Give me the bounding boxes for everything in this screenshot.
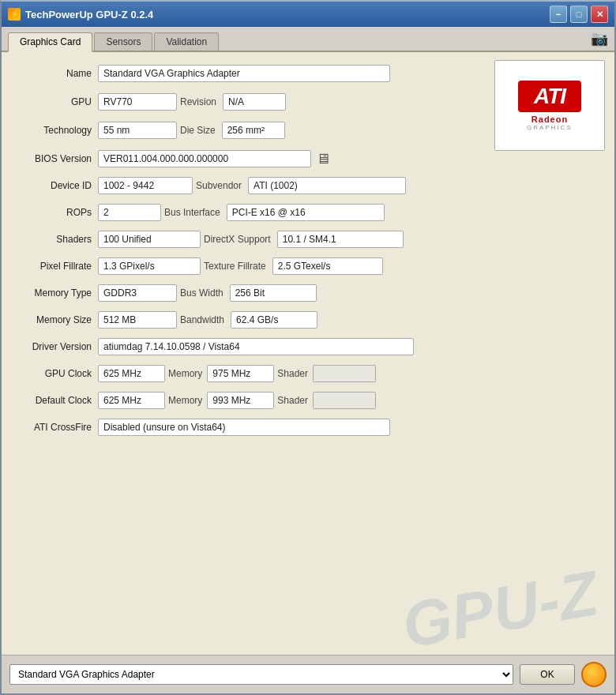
memory-size-label: Memory Size bbox=[11, 314, 98, 325]
memory-size-field: 512 MB bbox=[98, 311, 177, 329]
crossfire-label: ATI CrossFire bbox=[11, 422, 98, 433]
driver-row: Driver Version atiumdag 7.14.10.0598 / V… bbox=[11, 333, 605, 360]
upper-section: Name Standard VGA Graphics Adapter GPU R… bbox=[11, 60, 605, 172]
directx-label: DirectX Support bbox=[201, 234, 274, 245]
main-content: Name Standard VGA Graphics Adapter GPU R… bbox=[2, 52, 614, 655]
upper-fields: Name Standard VGA Graphics Adapter GPU R… bbox=[11, 60, 488, 172]
close-button[interactable]: ✕ bbox=[591, 6, 608, 23]
memory-clock-field: 975 MHz bbox=[207, 365, 274, 382]
tab-bar: Graphics Card Sensors Validation 📷 bbox=[2, 27, 614, 52]
title-bar: ⚡ TechPowerUp GPU-Z 0.2.4 − □ ✕ bbox=[2, 2, 614, 27]
ati-graphics: GRAPHICS bbox=[527, 124, 573, 131]
ati-logo-area: ATI Radeon GRAPHICS bbox=[494, 60, 605, 151]
default-clock-label: Default Clock bbox=[11, 395, 98, 406]
bus-width-field: 256 Bit bbox=[230, 284, 317, 302]
default-memory-label: Memory bbox=[165, 395, 205, 406]
technology-field: 55 nm bbox=[98, 122, 177, 139]
driver-field: atiumdag 7.14.10.0598 / Vista64 bbox=[98, 338, 414, 355]
die-size-field: 256 mm² bbox=[222, 122, 285, 139]
gpu-clock-row: GPU Clock 625 MHz Memory 975 MHz Shader bbox=[11, 360, 605, 387]
memory-type-label: Memory Type bbox=[11, 287, 98, 299]
device-id-field: 1002 - 9442 bbox=[98, 177, 193, 194]
chip-icon: 🖥 bbox=[316, 151, 330, 167]
minimize-button[interactable]: − bbox=[550, 6, 567, 23]
device-select[interactable]: Standard VGA Graphics Adapter bbox=[9, 664, 513, 685]
rops-field: 2 bbox=[98, 204, 161, 221]
gpu-clock-label: GPU Clock bbox=[11, 368, 98, 379]
ati-brand: ATI bbox=[518, 81, 581, 112]
crossfire-field: Disabled (unsure on Vista64) bbox=[98, 419, 390, 436]
gpu-clock-field: 625 MHz bbox=[98, 365, 165, 382]
app-icon: ⚡ bbox=[8, 8, 21, 21]
tab-graphics-card[interactable]: Graphics Card bbox=[8, 32, 92, 52]
bios-label: BIOS Version bbox=[11, 153, 98, 164]
subvendor-label: Subvendor bbox=[193, 180, 245, 191]
revision-label: Revision bbox=[177, 96, 220, 107]
tab-validation[interactable]: Validation bbox=[154, 32, 219, 51]
title-buttons: − □ ✕ bbox=[550, 6, 608, 23]
bottom-bar: Standard VGA Graphics Adapter OK bbox=[2, 655, 614, 693]
orange-indicator bbox=[581, 662, 607, 687]
memory-label: Memory bbox=[165, 368, 205, 379]
name-row: Name Standard VGA Graphics Adapter bbox=[11, 60, 488, 87]
shader-clock-field bbox=[313, 365, 376, 382]
rops-label: ROPs bbox=[11, 207, 98, 218]
bios-field: VER011.004.000.000.000000 bbox=[98, 150, 311, 167]
camera-icon[interactable]: 📷 bbox=[591, 30, 608, 47]
revision-field: N/A bbox=[223, 93, 286, 111]
gpu-row: GPU RV770 Revision N/A bbox=[11, 88, 488, 115]
default-clock-row: Default Clock 625 MHz Memory 993 MHz Sha… bbox=[11, 387, 605, 414]
crossfire-row: ATI CrossFire Disabled (unsure on Vista6… bbox=[11, 414, 605, 441]
technology-row: Technology 55 nm Die Size 256 mm² bbox=[11, 117, 488, 144]
bios-row: BIOS Version VER011.004.000.000.000000 🖥 bbox=[11, 145, 488, 172]
default-memory-field: 993 MHz bbox=[207, 392, 274, 409]
shaders-row: Shaders 100 Unified DirectX Support 10.1… bbox=[11, 226, 605, 253]
name-label: Name bbox=[11, 68, 98, 79]
tab-sensors[interactable]: Sensors bbox=[94, 32, 152, 51]
texture-fillrate-field: 2.5 GTexel/s bbox=[272, 257, 383, 275]
device-id-row: Device ID 1002 - 9442 Subvendor ATI (100… bbox=[11, 172, 605, 199]
ati-logo: ATI Radeon GRAPHICS bbox=[495, 61, 604, 150]
default-shader-label: Shader bbox=[274, 395, 311, 406]
subvendor-field: ATI (1002) bbox=[248, 177, 406, 194]
bus-interface-label: Bus Interface bbox=[161, 207, 223, 218]
default-shader-field bbox=[313, 392, 376, 409]
technology-label: Technology bbox=[11, 125, 98, 136]
maximize-button[interactable]: □ bbox=[570, 6, 588, 23]
ati-radeon: Radeon bbox=[531, 115, 568, 124]
die-size-label: Die Size bbox=[177, 125, 219, 136]
rops-row: ROPs 2 Bus Interface PCI-E x16 @ x16 bbox=[11, 199, 605, 226]
bus-interface-field: PCI-E x16 @ x16 bbox=[227, 204, 385, 221]
pixel-fillrate-label: Pixel Fillrate bbox=[11, 261, 98, 272]
driver-label: Driver Version bbox=[11, 341, 98, 352]
tabs-container: Graphics Card Sensors Validation bbox=[8, 32, 219, 51]
texture-fillrate-label: Texture Fillrate bbox=[201, 261, 269, 272]
pixel-fillrate-field: 1.3 GPixel/s bbox=[98, 257, 201, 275]
pixel-fillrate-row: Pixel Fillrate 1.3 GPixel/s Texture Fill… bbox=[11, 253, 605, 280]
gpu-field: RV770 bbox=[98, 93, 177, 111]
name-field: Standard VGA Graphics Adapter bbox=[98, 65, 390, 82]
window-title: TechPowerUp GPU-Z 0.2.4 bbox=[25, 9, 153, 21]
directx-field: 10.1 / SM4.1 bbox=[277, 231, 404, 248]
device-id-label: Device ID bbox=[11, 180, 98, 191]
shaders-label: Shaders bbox=[11, 234, 98, 245]
title-bar-left: ⚡ TechPowerUp GPU-Z 0.2.4 bbox=[8, 8, 153, 21]
memory-type-row: Memory Type GDDR3 Bus Width 256 Bit bbox=[11, 280, 605, 306]
bus-width-label: Bus Width bbox=[177, 287, 227, 299]
memory-type-field: GDDR3 bbox=[98, 284, 177, 302]
main-window: ⚡ TechPowerUp GPU-Z 0.2.4 − □ ✕ Graphics… bbox=[0, 0, 616, 695]
shader-label: Shader bbox=[274, 368, 311, 379]
shaders-field: 100 Unified bbox=[98, 231, 201, 248]
gpu-label: GPU bbox=[11, 96, 98, 107]
ok-button[interactable]: OK bbox=[520, 664, 575, 685]
bandwidth-field: 62.4 GB/s bbox=[231, 311, 317, 329]
memory-size-row: Memory Size 512 MB Bandwidth 62.4 GB/s bbox=[11, 306, 605, 333]
default-clock-field: 625 MHz bbox=[98, 392, 165, 409]
bandwidth-label: Bandwidth bbox=[177, 314, 227, 325]
